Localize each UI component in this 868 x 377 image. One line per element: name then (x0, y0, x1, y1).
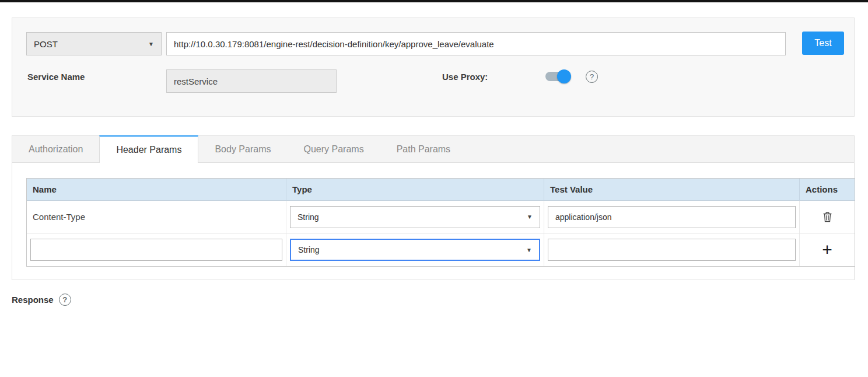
test-button[interactable]: Test (802, 32, 844, 55)
type-select[interactable]: String ▼ (290, 206, 540, 228)
response-help-icon[interactable]: ? (59, 294, 71, 306)
param-test-value-cell (544, 233, 800, 266)
type-select-focused[interactable]: String ▼ (290, 239, 540, 261)
method-dropdown-value: POST (34, 39, 58, 49)
param-actions-cell (800, 201, 855, 233)
col-header-test-value: Test Value (544, 179, 800, 201)
service-name-input[interactable] (166, 69, 337, 93)
col-header-name: Name (27, 179, 286, 201)
proxy-help-icon[interactable]: ? (586, 71, 598, 83)
tab-authorization[interactable]: Authorization (12, 136, 99, 162)
service-name-label: Service Name (27, 72, 85, 82)
use-proxy-label: Use Proxy: (442, 72, 488, 82)
table-row-new: String ▼ + (27, 233, 855, 266)
url-input[interactable] (166, 32, 786, 55)
tab-query-params[interactable]: Query Params (287, 136, 380, 162)
param-test-value-cell (544, 201, 800, 233)
params-table: Name Type Test Value Actions Content-Typ… (26, 178, 855, 267)
response-label: Response (12, 295, 54, 305)
add-row-button[interactable]: + (820, 239, 835, 261)
trash-icon (823, 212, 832, 222)
top-border (0, 0, 868, 2)
param-type-cell: String ▼ (286, 201, 544, 233)
param-type-cell: String ▼ (286, 233, 544, 266)
toggle-thumb (557, 69, 571, 83)
tab-bar: Authorization Header Params Body Params … (12, 135, 855, 163)
method-dropdown[interactable]: POST ▼ (26, 32, 162, 55)
delete-row-button[interactable] (821, 210, 834, 225)
chevron-down-icon: ▼ (148, 41, 154, 47)
table-header-row: Name Type Test Value Actions (27, 179, 855, 201)
param-name-value: Content-Type (27, 201, 286, 233)
chevron-down-icon: ▼ (527, 214, 533, 220)
tab-content-panel: Name Type Test Value Actions Content-Typ… (12, 163, 855, 280)
use-proxy-toggle[interactable] (544, 69, 571, 83)
type-select-value: String (298, 245, 320, 254)
test-value-input[interactable] (548, 206, 796, 228)
name-input[interactable] (30, 239, 282, 261)
tab-header-params[interactable]: Header Params (99, 135, 198, 163)
param-name-cell (27, 233, 286, 266)
test-value-input[interactable] (548, 239, 796, 261)
chevron-down-icon: ▼ (526, 247, 532, 253)
response-section-header: Response ? (12, 294, 71, 306)
tab-path-params[interactable]: Path Params (380, 136, 467, 162)
request-panel: POST ▼ Test Service Name Use Proxy: ? (12, 18, 855, 117)
type-select-value: String (298, 212, 319, 222)
tab-body-params[interactable]: Body Params (198, 136, 287, 162)
col-header-actions: Actions (800, 179, 855, 201)
param-actions-cell: + (800, 233, 855, 266)
col-header-type: Type (286, 179, 544, 201)
table-row: Content-Type String ▼ (27, 201, 855, 233)
